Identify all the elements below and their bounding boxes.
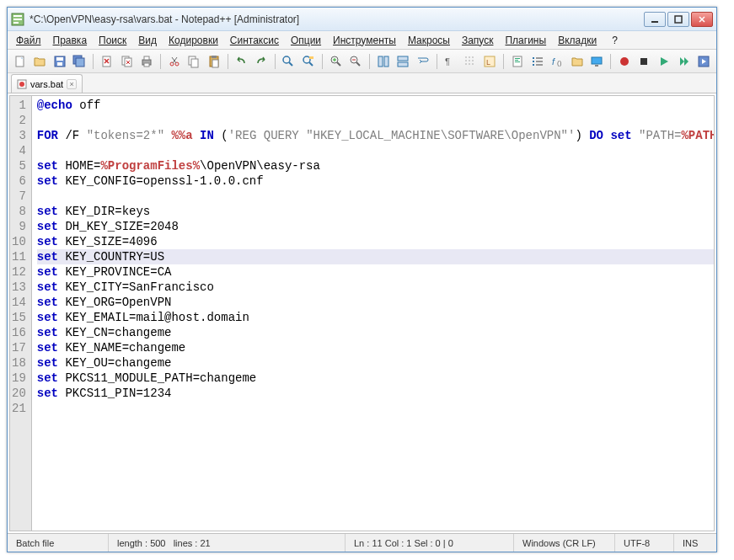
play-macro-button[interactable] xyxy=(655,52,673,71)
menu-run[interactable]: Запуск xyxy=(457,33,499,48)
save-all-button[interactable] xyxy=(71,52,89,71)
play-multi-button[interactable] xyxy=(675,52,694,71)
folder-workspace-button[interactable] xyxy=(568,52,587,71)
code-line[interactable]: set KEY_DIR=keys xyxy=(37,204,715,219)
svg-text:L: L xyxy=(486,58,490,67)
print-button[interactable] xyxy=(137,52,156,71)
find-button[interactable] xyxy=(280,52,298,71)
new-file-button[interactable] xyxy=(11,52,29,71)
code-line[interactable]: @echo off xyxy=(37,98,715,113)
open-file-button[interactable] xyxy=(31,52,50,71)
svg-rect-38 xyxy=(309,56,313,59)
menu-tools[interactable]: Инструменты xyxy=(328,33,401,48)
save-button[interactable] xyxy=(51,52,69,71)
svg-point-78 xyxy=(19,82,24,87)
code-line[interactable]: set PKCS11_MODULE_PATH=changeme xyxy=(37,371,715,386)
svg-rect-30 xyxy=(191,59,198,67)
record-macro-button[interactable] xyxy=(615,52,634,71)
menu-edit[interactable]: Правка xyxy=(48,33,93,48)
line-number: 6 xyxy=(12,173,26,189)
menu-plugins[interactable]: Плагины xyxy=(500,33,551,48)
menu-macros[interactable]: Макросы xyxy=(403,33,455,48)
code-line[interactable]: set KEY_CN=changeme xyxy=(37,325,715,340)
svg-rect-69 xyxy=(595,65,598,67)
menu-help[interactable]: ? xyxy=(607,33,623,48)
tab-close-button[interactable]: × xyxy=(67,79,77,89)
line-number: 3 xyxy=(12,128,26,143)
line-number: 5 xyxy=(12,158,26,173)
doc-map-button[interactable] xyxy=(508,52,527,71)
doc-list-button[interactable] xyxy=(528,52,547,71)
code-line[interactable]: set KEY_CONFIG=openssl-1.0.0.cnf xyxy=(37,173,715,189)
menu-tabs[interactable]: Вкладки xyxy=(553,33,602,48)
menu-encoding[interactable]: Кодировки xyxy=(163,33,223,48)
svg-rect-60 xyxy=(533,57,534,59)
code-line[interactable] xyxy=(37,143,715,158)
redo-button[interactable] xyxy=(252,52,271,71)
stop-macro-button[interactable] xyxy=(635,52,654,71)
sync-h-button[interactable] xyxy=(394,52,412,71)
code-line[interactable] xyxy=(37,189,715,204)
minimize-button[interactable] xyxy=(644,12,666,27)
cut-button[interactable] xyxy=(165,52,184,71)
menu-options[interactable]: Опции xyxy=(286,33,326,48)
editor[interactable]: 123456789101112131415161718192021 @echo … xyxy=(9,95,715,531)
menu-file[interactable]: Файл xyxy=(11,33,46,48)
svg-rect-61 xyxy=(536,57,543,59)
code-line[interactable]: set KEY_PROVINCE=CA xyxy=(37,264,715,280)
svg-rect-32 xyxy=(212,56,217,58)
code-line[interactable] xyxy=(37,113,715,128)
code-line[interactable] xyxy=(37,401,715,416)
code-line[interactable]: FOR /F "tokens=2*" %%a IN ('REG QUERY "H… xyxy=(37,128,715,143)
line-number: 18 xyxy=(12,355,26,371)
file-modified-icon xyxy=(17,79,27,89)
sync-v-button[interactable] xyxy=(374,52,393,71)
titlebar[interactable]: *C:\OpenVPN\easy-rsa\vars.bat - Notepad+… xyxy=(8,8,716,31)
code-area[interactable]: @echo off FOR /F "tokens=2*" %%a IN ('RE… xyxy=(32,96,715,531)
line-number: 21 xyxy=(12,401,26,416)
line-number: 1 xyxy=(12,98,26,113)
replace-button[interactable] xyxy=(299,52,318,71)
all-chars-button[interactable]: ¶ xyxy=(442,52,460,71)
code-line[interactable]: set KEY_CITY=SanFrancisco xyxy=(37,280,715,295)
svg-rect-63 xyxy=(536,61,543,62)
tab-label: vars.bat xyxy=(30,79,63,89)
menu-search[interactable]: Поиск xyxy=(94,33,131,48)
code-line[interactable]: set KEY_NAME=changeme xyxy=(37,340,715,355)
udl-button[interactable]: L xyxy=(481,52,500,71)
line-number: 7 xyxy=(12,189,26,204)
svg-marker-72 xyxy=(661,57,668,66)
code-line[interactable]: set HOME=%ProgramFiles%\OpenVPN\easy-rsa xyxy=(37,158,715,173)
wrap-button[interactable] xyxy=(414,52,432,71)
close-all-button[interactable] xyxy=(118,52,137,71)
indent-guide-button[interactable] xyxy=(461,52,480,71)
close-file-button[interactable] xyxy=(98,52,116,71)
code-line[interactable]: set DH_KEY_SIZE=2048 xyxy=(37,219,715,234)
copy-button[interactable] xyxy=(185,52,203,71)
undo-button[interactable] xyxy=(233,52,251,71)
menu-view[interactable]: Вид xyxy=(133,33,162,48)
menu-syntax[interactable]: Синтаксис xyxy=(225,33,284,48)
svg-rect-1 xyxy=(13,15,22,17)
line-gutter: 123456789101112131415161718192021 xyxy=(10,96,32,531)
save-macro-button[interactable] xyxy=(694,52,713,71)
tab-vars-bat[interactable]: vars.bat × xyxy=(11,74,83,93)
code-line[interactable]: set KEY_ORG=OpenVPN xyxy=(37,295,715,310)
status-eol: Windows (CR LF) xyxy=(514,534,615,552)
line-number: 9 xyxy=(12,219,26,234)
code-line[interactable]: set KEY_OU=changeme xyxy=(37,355,715,371)
code-line[interactable]: set KEY_COUNTRY=US xyxy=(37,249,715,264)
line-number: 16 xyxy=(12,325,26,340)
code-line[interactable]: set KEY_EMAIL=mail@host.domain xyxy=(37,310,715,325)
line-number: 10 xyxy=(12,234,26,249)
monitor-button[interactable] xyxy=(588,52,607,71)
paste-button[interactable] xyxy=(205,52,223,71)
func-list-button[interactable]: f() xyxy=(548,52,566,71)
zoom-out-button[interactable] xyxy=(346,52,365,71)
tabbar: vars.bat × xyxy=(8,73,716,93)
zoom-in-button[interactable] xyxy=(327,52,346,71)
close-button[interactable] xyxy=(691,12,713,27)
maximize-button[interactable] xyxy=(667,12,689,27)
code-line[interactable]: set KEY_SIZE=4096 xyxy=(37,234,715,249)
code-line[interactable]: set PKCS11_PIN=1234 xyxy=(37,386,715,401)
